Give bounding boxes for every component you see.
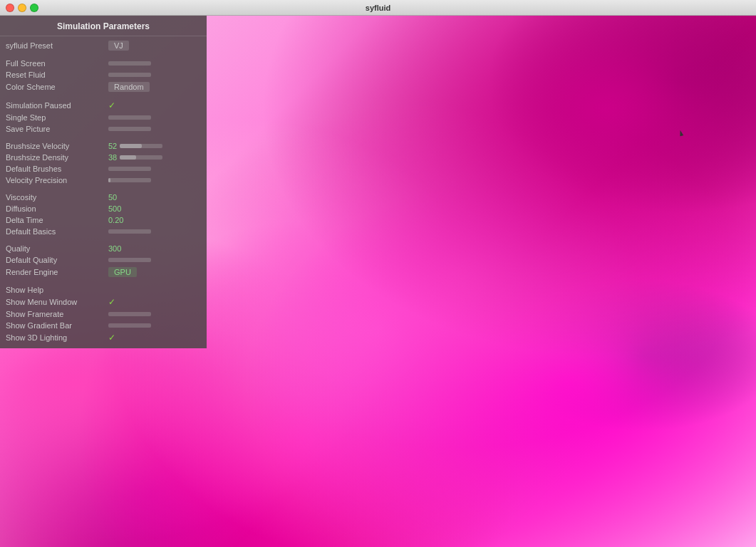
window-title: syfluid bbox=[366, 4, 390, 12]
preset-value[interactable]: VJ bbox=[108, 41, 129, 51]
default-quality-label: Default Quality bbox=[6, 256, 105, 264]
maximize-button[interactable] bbox=[30, 4, 38, 12]
show-gradient-bar-row: Show Gradient Bar bbox=[0, 320, 207, 331]
preset-row: syfluid Preset VJ bbox=[0, 39, 207, 52]
velocity-precision-row: Velocity Precision bbox=[0, 174, 207, 186]
reset-fluid-slider[interactable] bbox=[108, 73, 151, 77]
brushsize-velocity-row: Brushsize Velocity 52 bbox=[0, 140, 207, 152]
single-step-label: Single Step bbox=[6, 113, 105, 122]
quality-value: 300 bbox=[108, 244, 121, 253]
brushsize-velocity-value: 52 bbox=[108, 142, 117, 150]
brushsize-velocity-label: Brushsize Velocity bbox=[6, 142, 105, 150]
save-picture-row: Save Picture bbox=[0, 123, 207, 135]
default-quality-row: Default Quality bbox=[0, 254, 207, 266]
show-gradient-bar-label: Show Gradient Bar bbox=[6, 321, 105, 330]
mouse-cursor bbox=[676, 127, 685, 140]
show-menu-window-label: Show Menu Window bbox=[6, 298, 105, 306]
titlebar: syfluid bbox=[0, 0, 756, 16]
velocity-precision-label: Velocity Precision bbox=[6, 176, 105, 184]
quality-label: Quality bbox=[6, 244, 105, 253]
color-scheme-value[interactable]: Random bbox=[108, 82, 150, 92]
default-basics-slider[interactable] bbox=[108, 229, 151, 234]
brushsize-density-value: 38 bbox=[108, 153, 117, 162]
panel-title: Simulation Parameters bbox=[0, 19, 207, 36]
color-scheme-label: Color Scheme bbox=[6, 83, 105, 91]
brushsize-density-label: Brushsize Density bbox=[6, 153, 105, 162]
default-brushes-row: Default Brushes bbox=[0, 163, 207, 174]
render-engine-value[interactable]: GPU bbox=[108, 267, 137, 277]
fullscreen-slider[interactable] bbox=[108, 61, 151, 66]
close-button[interactable] bbox=[6, 4, 14, 12]
default-brushes-label: Default Brushes bbox=[6, 165, 105, 173]
show-framerate-slider[interactable] bbox=[108, 312, 151, 316]
brushsize-density-slider[interactable] bbox=[120, 155, 162, 160]
reset-fluid-label: Reset Fluid bbox=[6, 71, 105, 79]
diffusion-label: Diffusion bbox=[6, 204, 105, 213]
sim-paused-row: Simulation Paused ✓ bbox=[0, 99, 207, 112]
fullscreen-row: Full Screen bbox=[0, 58, 207, 69]
brushsize-density-row: Brushsize Density 38 bbox=[0, 152, 207, 163]
sim-paused-check[interactable]: ✓ bbox=[108, 100, 115, 110]
show-gradient-bar-slider[interactable] bbox=[108, 323, 151, 328]
brushsize-velocity-slider[interactable] bbox=[120, 144, 162, 148]
fullscreen-label: Full Screen bbox=[6, 59, 105, 68]
show-help-label[interactable]: Show Help bbox=[6, 286, 105, 294]
save-picture-slider[interactable] bbox=[108, 127, 151, 131]
save-picture-label: Save Picture bbox=[6, 125, 105, 133]
diffusion-row: Diffusion 500 bbox=[0, 203, 207, 214]
show-menu-window-row: Show Menu Window ✓ bbox=[0, 296, 207, 308]
sim-paused-label: Simulation Paused bbox=[6, 101, 105, 110]
show-framerate-row: Show Framerate bbox=[0, 308, 207, 320]
viscosity-label: Viscosity bbox=[6, 193, 105, 202]
single-step-slider[interactable] bbox=[108, 115, 151, 120]
default-quality-slider[interactable] bbox=[108, 258, 151, 262]
preset-label: syfluid Preset bbox=[6, 41, 105, 50]
show-3d-lighting-row: Show 3D Lighting ✓ bbox=[0, 331, 207, 344]
diffusion-value: 500 bbox=[108, 204, 121, 213]
color-scheme-row: Color Scheme Random bbox=[0, 80, 207, 93]
simulation-panel: Simulation Parameters syfluid Preset VJ … bbox=[0, 16, 207, 348]
single-step-row: Single Step bbox=[0, 112, 207, 123]
show-3d-lighting-label: Show 3D Lighting bbox=[6, 333, 105, 342]
default-basics-row: Default Basics bbox=[0, 226, 207, 237]
velocity-precision-slider[interactable] bbox=[108, 178, 151, 182]
quality-row: Quality 300 bbox=[0, 243, 207, 254]
viscosity-value: 50 bbox=[108, 193, 117, 202]
delta-time-value: 0.20 bbox=[108, 216, 123, 224]
window-controls bbox=[6, 4, 38, 12]
delta-time-label: Delta Time bbox=[6, 216, 105, 224]
render-engine-row: Render Engine GPU bbox=[0, 266, 207, 278]
show-3d-lighting-check[interactable]: ✓ bbox=[108, 333, 115, 343]
show-help-row: Show Help bbox=[0, 284, 207, 296]
delta-time-row: Delta Time 0.20 bbox=[0, 214, 207, 226]
show-framerate-label: Show Framerate bbox=[6, 310, 105, 318]
show-menu-window-check[interactable]: ✓ bbox=[108, 297, 115, 307]
minimize-button[interactable] bbox=[18, 4, 26, 12]
default-brushes-slider[interactable] bbox=[108, 167, 151, 171]
viscosity-row: Viscosity 50 bbox=[0, 192, 207, 203]
reset-fluid-row: Reset Fluid bbox=[0, 69, 207, 80]
default-basics-label: Default Basics bbox=[6, 227, 105, 236]
render-engine-label: Render Engine bbox=[6, 268, 105, 276]
